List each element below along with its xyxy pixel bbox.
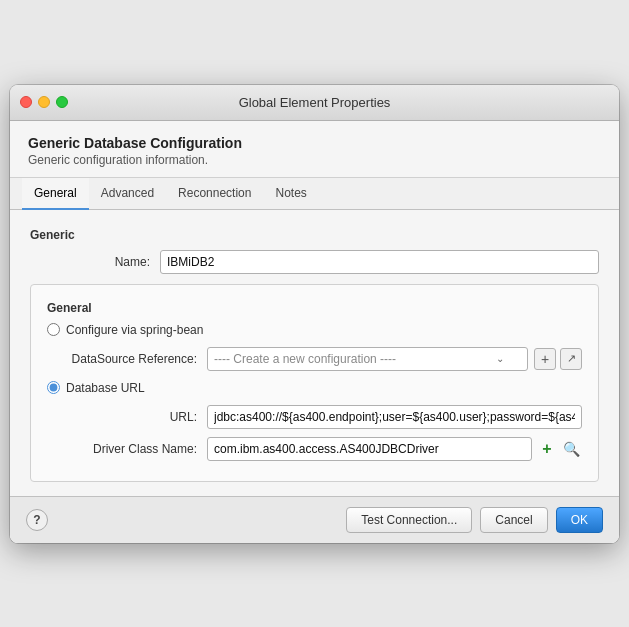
database-url-row: Database URL [47,381,582,395]
database-url-radio[interactable] [47,381,60,394]
ok-button[interactable]: OK [556,507,603,533]
spring-bean-row: Configure via spring-bean [47,323,582,337]
tab-notes[interactable]: Notes [263,178,318,210]
url-input[interactable] [207,405,582,429]
datasource-edit-button[interactable]: ↗ [560,348,582,370]
content-area: Generic Name: General Configure via spri… [10,210,619,496]
driver-class-add-button[interactable]: + [536,438,558,460]
footer-actions: Test Connection... Cancel OK [346,507,603,533]
test-connection-button[interactable]: Test Connection... [346,507,472,533]
tab-reconnection[interactable]: Reconnection [166,178,263,210]
general-section-label: General [47,301,582,315]
url-label: URL: [67,410,207,424]
footer: ? Test Connection... Cancel OK [10,496,619,543]
close-button[interactable] [20,96,32,108]
driver-class-input[interactable] [207,437,532,461]
datasource-ref-label: DataSource Reference: [67,352,207,366]
database-url-label: Database URL [66,381,145,395]
header-subtitle: Generic configuration information. [28,153,601,167]
titlebar: Global Element Properties [10,85,619,121]
datasource-select-wrapper: ---- Create a new configuration ---- [207,347,528,371]
url-row: URL: [67,405,582,429]
minimize-button[interactable] [38,96,50,108]
generic-section-label: Generic [30,228,599,242]
spring-bean-label: Configure via spring-bean [66,323,203,337]
dialog-window: Global Element Properties Generic Databa… [10,85,619,543]
cancel-button[interactable]: Cancel [480,507,547,533]
maximize-button[interactable] [56,96,68,108]
generic-section: Generic Name: [30,228,599,274]
name-label: Name: [30,255,160,269]
tabs-bar: General Advanced Reconnection Notes [10,178,619,210]
window-title: Global Element Properties [239,95,391,110]
datasource-add-button[interactable]: + [534,348,556,370]
window-controls [20,96,68,108]
datasource-row: DataSource Reference: ---- Create a new … [67,347,582,371]
header-title: Generic Database Configuration [28,135,601,151]
tab-advanced[interactable]: Advanced [89,178,166,210]
general-config-section: General Configure via spring-bean DataSo… [30,284,599,482]
datasource-select[interactable]: ---- Create a new configuration ---- [207,347,528,371]
help-button[interactable]: ? [26,509,48,531]
spring-bean-radio[interactable] [47,323,60,336]
window-body: Generic Database Configuration Generic c… [10,121,619,543]
tab-general[interactable]: General [22,178,89,210]
name-input[interactable] [160,250,599,274]
driver-class-row: Driver Class Name: + 🔍 [67,437,582,461]
driver-class-search-button[interactable]: 🔍 [560,438,582,460]
header-section: Generic Database Configuration Generic c… [10,121,619,178]
driver-class-label: Driver Class Name: [67,442,207,456]
datasource-icons: + ↗ [534,348,582,370]
name-row: Name: [30,250,599,274]
